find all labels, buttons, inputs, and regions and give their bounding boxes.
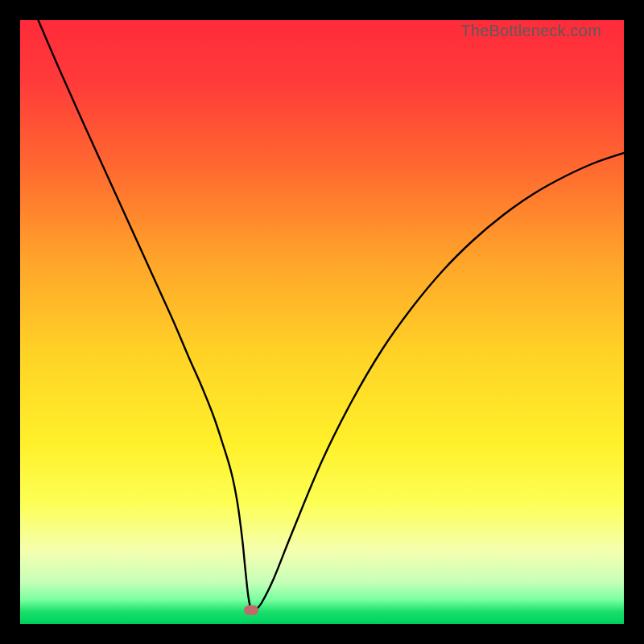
optimum-marker [244, 605, 258, 615]
bottleneck-curve [20, 20, 624, 624]
chart-frame: TheBottleneck.com [0, 0, 644, 644]
plot-area: TheBottleneck.com [20, 20, 624, 624]
